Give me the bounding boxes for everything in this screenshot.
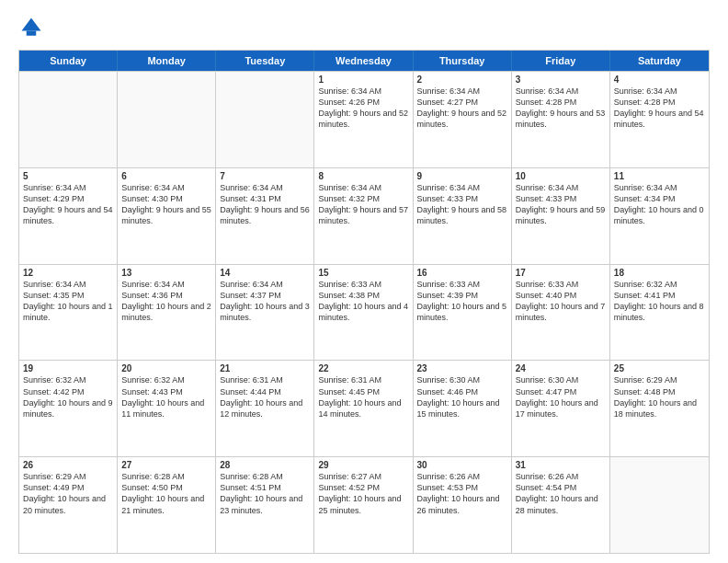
calendar-cell: 2Sunrise: 6:34 AM Sunset: 4:27 PM Daylig… — [414, 72, 512, 167]
day-info: Sunrise: 6:33 AM Sunset: 4:38 PM Dayligh… — [318, 279, 408, 324]
day-number: 2 — [417, 75, 507, 85]
calendar-header-cell: Saturday — [610, 51, 709, 71]
day-info: Sunrise: 6:34 AM Sunset: 4:37 PM Dayligh… — [220, 279, 310, 324]
day-info: Sunrise: 6:31 AM Sunset: 4:44 PM Dayligh… — [220, 374, 310, 419]
day-number: 4 — [614, 75, 705, 85]
day-number: 10 — [516, 171, 606, 181]
calendar-header-row: SundayMondayTuesdayWednesdayThursdayFrid… — [19, 51, 709, 71]
calendar-cell: 4Sunrise: 6:34 AM Sunset: 4:28 PM Daylig… — [610, 72, 709, 167]
day-info: Sunrise: 6:33 AM Sunset: 4:39 PM Dayligh… — [417, 279, 507, 324]
calendar-cell — [19, 72, 118, 167]
day-number: 31 — [516, 460, 606, 470]
day-info: Sunrise: 6:34 AM Sunset: 4:32 PM Dayligh… — [318, 182, 408, 227]
day-info: Sunrise: 6:34 AM Sunset: 4:34 PM Dayligh… — [614, 182, 705, 227]
day-info: Sunrise: 6:27 AM Sunset: 4:52 PM Dayligh… — [318, 471, 408, 516]
day-info: Sunrise: 6:33 AM Sunset: 4:40 PM Dayligh… — [516, 279, 606, 324]
calendar-row: 19Sunrise: 6:32 AM Sunset: 4:42 PM Dayli… — [19, 360, 709, 456]
day-number: 12 — [23, 268, 113, 278]
day-number: 24 — [516, 363, 606, 373]
day-info: Sunrise: 6:32 AM Sunset: 4:43 PM Dayligh… — [121, 374, 211, 419]
day-number: 18 — [614, 268, 705, 278]
header — [18, 15, 710, 40]
day-info: Sunrise: 6:32 AM Sunset: 4:42 PM Dayligh… — [23, 374, 113, 419]
day-info: Sunrise: 6:31 AM Sunset: 4:45 PM Dayligh… — [318, 374, 408, 419]
calendar-cell: 28Sunrise: 6:28 AM Sunset: 4:51 PM Dayli… — [216, 457, 314, 553]
day-info: Sunrise: 6:28 AM Sunset: 4:51 PM Dayligh… — [220, 471, 310, 516]
day-number: 3 — [516, 75, 606, 85]
day-number: 30 — [417, 460, 507, 470]
day-number: 13 — [121, 268, 211, 278]
calendar-header-cell: Thursday — [414, 51, 512, 71]
day-info: Sunrise: 6:28 AM Sunset: 4:50 PM Dayligh… — [121, 471, 211, 516]
calendar-cell: 23Sunrise: 6:30 AM Sunset: 4:46 PM Dayli… — [414, 361, 512, 456]
calendar-header-cell: Tuesday — [216, 51, 314, 71]
calendar-cell: 22Sunrise: 6:31 AM Sunset: 4:45 PM Dayli… — [314, 361, 413, 456]
calendar-cell: 29Sunrise: 6:27 AM Sunset: 4:52 PM Dayli… — [314, 457, 413, 553]
calendar-cell: 10Sunrise: 6:34 AM Sunset: 4:33 PM Dayli… — [512, 168, 610, 264]
day-number: 27 — [121, 460, 211, 470]
calendar-cell: 14Sunrise: 6:34 AM Sunset: 4:37 PM Dayli… — [216, 265, 314, 361]
day-info: Sunrise: 6:30 AM Sunset: 4:46 PM Dayligh… — [417, 374, 507, 419]
day-number: 17 — [516, 268, 606, 278]
day-info: Sunrise: 6:32 AM Sunset: 4:41 PM Dayligh… — [614, 279, 705, 324]
day-info: Sunrise: 6:34 AM Sunset: 4:30 PM Dayligh… — [121, 182, 211, 227]
calendar-header-cell: Monday — [118, 51, 216, 71]
calendar-cell: 21Sunrise: 6:31 AM Sunset: 4:44 PM Dayli… — [216, 361, 314, 456]
calendar-header-cell: Wednesday — [314, 51, 413, 71]
day-info: Sunrise: 6:26 AM Sunset: 4:53 PM Dayligh… — [417, 471, 507, 516]
calendar-cell: 27Sunrise: 6:28 AM Sunset: 4:50 PM Dayli… — [118, 457, 216, 553]
calendar-cell: 30Sunrise: 6:26 AM Sunset: 4:53 PM Dayli… — [414, 457, 512, 553]
logo-icon — [18, 15, 44, 40]
day-number: 21 — [220, 363, 310, 373]
calendar-cell: 9Sunrise: 6:34 AM Sunset: 4:33 PM Daylig… — [414, 168, 512, 264]
day-number: 19 — [23, 363, 113, 373]
day-number: 29 — [318, 460, 408, 470]
day-info: Sunrise: 6:34 AM Sunset: 4:35 PM Dayligh… — [23, 279, 113, 324]
page: SundayMondayTuesdayWednesdayThursdayFrid… — [0, 0, 728, 563]
day-number: 6 — [121, 171, 211, 181]
day-info: Sunrise: 6:34 AM Sunset: 4:29 PM Dayligh… — [23, 182, 113, 227]
day-number: 14 — [220, 268, 310, 278]
day-number: 25 — [614, 363, 705, 373]
day-number: 20 — [121, 363, 211, 373]
calendar-cell: 24Sunrise: 6:30 AM Sunset: 4:47 PM Dayli… — [512, 361, 610, 456]
calendar-cell: 26Sunrise: 6:29 AM Sunset: 4:49 PM Dayli… — [19, 457, 118, 553]
calendar-header-cell: Sunday — [19, 51, 118, 71]
calendar-cell: 16Sunrise: 6:33 AM Sunset: 4:39 PM Dayli… — [414, 265, 512, 361]
calendar-cell: 20Sunrise: 6:32 AM Sunset: 4:43 PM Dayli… — [118, 361, 216, 456]
calendar-cell: 6Sunrise: 6:34 AM Sunset: 4:30 PM Daylig… — [118, 168, 216, 264]
calendar-cell: 8Sunrise: 6:34 AM Sunset: 4:32 PM Daylig… — [314, 168, 413, 264]
calendar-cell: 15Sunrise: 6:33 AM Sunset: 4:38 PM Dayli… — [314, 265, 413, 361]
day-info: Sunrise: 6:34 AM Sunset: 4:36 PM Dayligh… — [121, 279, 211, 324]
day-number: 7 — [220, 171, 310, 181]
calendar-cell: 3Sunrise: 6:34 AM Sunset: 4:28 PM Daylig… — [512, 72, 610, 167]
calendar-cell: 17Sunrise: 6:33 AM Sunset: 4:40 PM Dayli… — [512, 265, 610, 361]
day-number: 26 — [23, 460, 113, 470]
day-info: Sunrise: 6:34 AM Sunset: 4:27 PM Dayligh… — [417, 86, 507, 131]
day-number: 23 — [417, 363, 507, 373]
logo — [18, 15, 48, 40]
day-number: 5 — [23, 171, 113, 181]
calendar-cell: 11Sunrise: 6:34 AM Sunset: 4:34 PM Dayli… — [610, 168, 709, 264]
calendar-cell: 19Sunrise: 6:32 AM Sunset: 4:42 PM Dayli… — [19, 361, 118, 456]
day-info: Sunrise: 6:26 AM Sunset: 4:54 PM Dayligh… — [516, 471, 606, 516]
calendar-cell: 13Sunrise: 6:34 AM Sunset: 4:36 PM Dayli… — [118, 265, 216, 361]
calendar-cell — [216, 72, 314, 167]
calendar: SundayMondayTuesdayWednesdayThursdayFrid… — [18, 50, 710, 554]
calendar-body: 1Sunrise: 6:34 AM Sunset: 4:26 PM Daylig… — [19, 71, 709, 553]
calendar-header-cell: Friday — [512, 51, 610, 71]
day-info: Sunrise: 6:34 AM Sunset: 4:28 PM Dayligh… — [516, 86, 606, 131]
calendar-row: 1Sunrise: 6:34 AM Sunset: 4:26 PM Daylig… — [19, 71, 709, 167]
day-info: Sunrise: 6:29 AM Sunset: 4:49 PM Dayligh… — [23, 471, 113, 516]
calendar-row: 5Sunrise: 6:34 AM Sunset: 4:29 PM Daylig… — [19, 167, 709, 264]
calendar-cell: 25Sunrise: 6:29 AM Sunset: 4:48 PM Dayli… — [610, 361, 709, 456]
day-info: Sunrise: 6:34 AM Sunset: 4:26 PM Dayligh… — [318, 86, 408, 131]
calendar-cell: 12Sunrise: 6:34 AM Sunset: 4:35 PM Dayli… — [19, 265, 118, 361]
calendar-cell — [118, 72, 216, 167]
day-number: 8 — [318, 171, 408, 181]
calendar-cell: 5Sunrise: 6:34 AM Sunset: 4:29 PM Daylig… — [19, 168, 118, 264]
calendar-cell: 7Sunrise: 6:34 AM Sunset: 4:31 PM Daylig… — [216, 168, 314, 264]
day-info: Sunrise: 6:29 AM Sunset: 4:48 PM Dayligh… — [614, 374, 705, 419]
calendar-cell: 1Sunrise: 6:34 AM Sunset: 4:26 PM Daylig… — [314, 72, 413, 167]
calendar-row: 26Sunrise: 6:29 AM Sunset: 4:49 PM Dayli… — [19, 456, 709, 553]
